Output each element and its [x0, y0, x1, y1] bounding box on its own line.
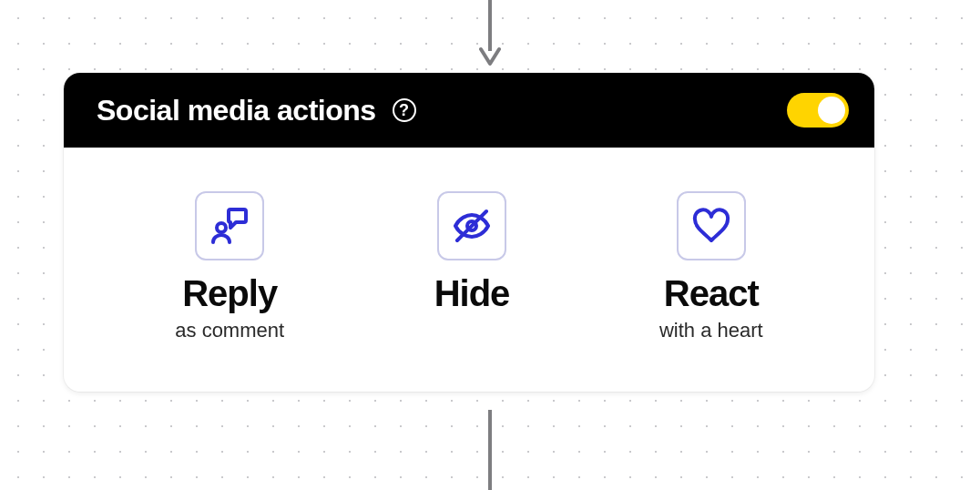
action-subtitle: with a heart: [659, 319, 763, 342]
outgoing-edge: [488, 410, 492, 490]
social-media-actions-node: Social media actions ? Reply as comment: [64, 73, 874, 392]
action-react[interactable]: React with a heart: [659, 191, 763, 342]
hide-icon-frame: [437, 191, 506, 260]
node-body: Reply as comment Hide React w: [64, 148, 874, 392]
incoming-edge: [479, 0, 501, 73]
node-enable-toggle[interactable]: [787, 93, 849, 128]
node-title: Social media actions: [97, 94, 376, 128]
node-header: Social media actions ?: [64, 73, 874, 148]
eye-off-icon: [450, 204, 494, 248]
svg-point-1: [217, 223, 226, 232]
action-title: Hide: [434, 273, 510, 313]
action-title: Reply: [182, 273, 277, 313]
reply-icon-frame: [195, 191, 264, 260]
help-icon[interactable]: ?: [393, 98, 416, 122]
react-icon-frame: [677, 191, 746, 260]
action-hide[interactable]: Hide: [434, 191, 510, 319]
speak-person-icon: [208, 204, 251, 248]
action-subtitle: as comment: [175, 319, 284, 342]
toggle-knob: [818, 97, 845, 124]
action-reply[interactable]: Reply as comment: [175, 191, 284, 342]
heart-icon: [689, 204, 733, 248]
action-title: React: [664, 273, 759, 313]
